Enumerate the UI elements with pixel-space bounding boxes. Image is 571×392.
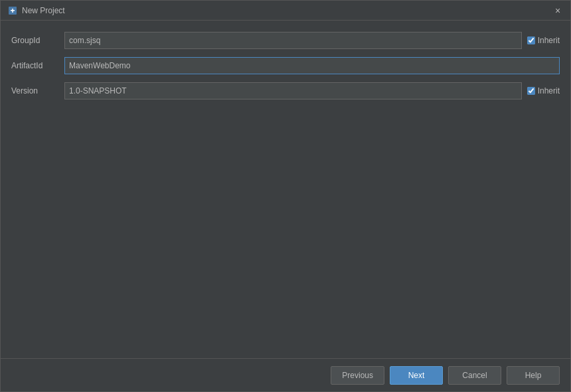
dialog-content: GroupId Inherit ArtifactId Version (1, 21, 570, 358)
dialog-title: New Project (22, 6, 65, 15)
content-spacer (11, 107, 560, 353)
new-project-dialog: New Project × GroupId Inherit ArtifactId (0, 0, 571, 392)
title-bar-left: New Project (7, 5, 65, 16)
groupid-input[interactable] (64, 32, 522, 49)
cancel-button[interactable]: Cancel (448, 366, 501, 385)
groupid-inherit-wrapper: Inherit (527, 36, 560, 45)
version-inherit-checkbox[interactable] (527, 87, 535, 95)
version-inherit-wrapper: Inherit (527, 86, 560, 96)
version-label: Version (11, 86, 64, 96)
previous-button[interactable]: Previous (331, 366, 384, 385)
artifactid-label: ArtifactId (11, 61, 64, 70)
version-inherit-label: Inherit (538, 86, 560, 96)
groupid-inherit-label: Inherit (538, 36, 560, 45)
groupid-input-wrapper: Inherit (64, 32, 560, 49)
close-button[interactable]: × (552, 5, 564, 17)
version-row: Version Inherit (11, 82, 560, 100)
dialog-footer: Previous Next Cancel Help (1, 358, 570, 391)
groupid-inherit-checkbox[interactable] (527, 36, 535, 44)
groupid-label: GroupId (11, 36, 64, 45)
version-input-wrapper: Inherit (64, 82, 560, 99)
svg-rect-2 (12, 9, 13, 13)
artifactid-input-wrapper (64, 57, 560, 74)
title-bar: New Project × (1, 1, 570, 21)
new-project-icon (7, 5, 18, 16)
help-button[interactable]: Help (507, 366, 560, 385)
version-input[interactable] (64, 82, 522, 99)
next-button[interactable]: Next (390, 366, 443, 385)
artifactid-input[interactable] (64, 57, 560, 74)
artifactid-row: ArtifactId (11, 56, 560, 75)
groupid-row: GroupId Inherit (11, 31, 560, 50)
